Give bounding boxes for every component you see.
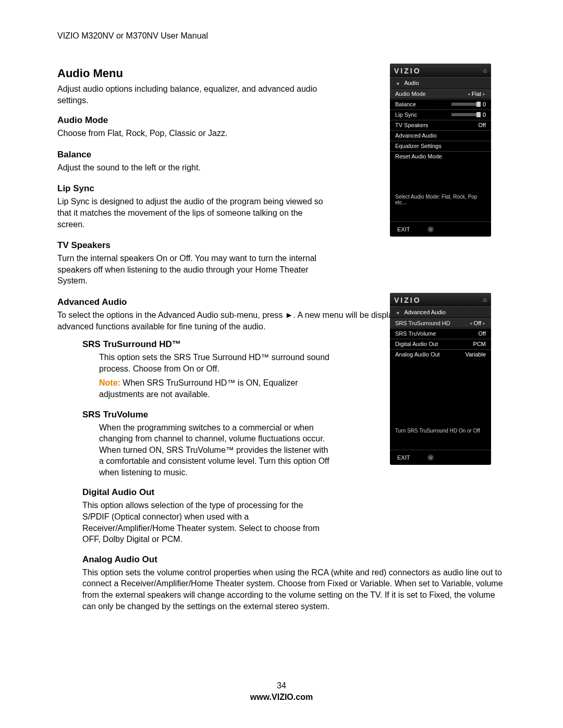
osd-row-label: TV Speakers [395, 122, 429, 128]
main-content: VIZIO ⌂ ◄ Audio Audio Mode ◄ Flat ► Bala… [57, 67, 506, 612]
manual-header: VIZIO M320NV or M370NV User Manual [57, 31, 506, 41]
osd-row-label: SRS TruVolume [395, 330, 436, 337]
osd-row-value: 0 [449, 101, 486, 107]
osd-brand: VIZIO [394, 296, 421, 304]
left-arrow-icon: ◄ [469, 322, 473, 325]
osd-crumb-text: Advanced Audio [404, 309, 446, 315]
heading-analog-out: Analog Audio Out [82, 554, 505, 565]
osd-audio-menu: VIZIO ⌂ ◄ Audio Audio Mode ◄ Flat ► Bala… [390, 64, 491, 237]
osd-hint-text: Select Audio Mode: Flat, Rock, Pop etc… [390, 194, 491, 205]
osd-brand-bar: VIZIO ⌂ [390, 64, 491, 78]
heading-srs-tsh: SRS TruSurround HD™ [82, 339, 333, 350]
osd-value-text: Flat [472, 91, 481, 97]
page-number: 34 [0, 681, 563, 690]
desc-analog-out: This option sets the volume control prop… [82, 567, 505, 612]
right-arrow-icon: ► [482, 92, 486, 96]
osd-row-value: ◄ Flat ► [467, 91, 486, 97]
heading-audio-mode: Audio Mode [57, 115, 328, 126]
desc-digital-out: This option allows selection of the type… [82, 500, 322, 545]
home-icon: ⌂ [483, 296, 487, 303]
osd-row-digital-out: Digital Audio Out PCM [390, 339, 491, 349]
slider-icon [451, 113, 480, 116]
osd-brand: VIZIO [394, 67, 421, 75]
osd-row-label: Analog Audio Out [395, 351, 440, 357]
osd-value-text: 0 [483, 112, 486, 118]
osd-crumb-text: Audio [404, 80, 419, 86]
osd-row-value: ◄ Off ► [469, 320, 486, 326]
heading-lip-sync: Lip Sync [57, 183, 328, 194]
osd-row-value: 0 [449, 112, 486, 118]
osd-row-balance: Balance 0 [390, 99, 491, 109]
osd-value-text: 0 [483, 101, 486, 107]
desc-audio-mode: Choose from Flat, Rock, Pop, Classic or … [57, 128, 328, 139]
desc-tv-speakers: Turn the internal speakers On or Off. Yo… [57, 253, 328, 287]
section-desc: Adjust audio options including balance, … [57, 83, 328, 106]
desc-srs-truvolume: When the programming switches to a comme… [99, 422, 333, 478]
note-srs-tsh: Note: When SRS TruSurround HD™ is ON, Eq… [99, 377, 333, 400]
home-icon: ⌂ [483, 67, 487, 74]
osd-row-tv-speakers: TV Speakers Off [390, 120, 491, 130]
section-title: Audio Menu [57, 67, 328, 80]
osd-breadcrumb: ◄ Audio [390, 78, 491, 89]
osd-row-audio-mode: Audio Mode ◄ Flat ► [390, 89, 491, 99]
slider-icon [451, 103, 480, 106]
osd-value-text: Off [479, 122, 486, 128]
right-arrow-icon: ► [482, 322, 486, 325]
osd-brand-bar: VIZIO ⌂ [390, 293, 491, 307]
osd-row-lip-sync: Lip Sync 0 [390, 109, 491, 120]
osd-value-text: PCM [473, 341, 486, 347]
osd-value-text: Off [474, 320, 481, 326]
osd-row-reset-audio: Reset Audio Mode [390, 151, 491, 162]
osd-row-label: Lip Sync [395, 112, 417, 118]
osd-row-label: Equalizer Settings [395, 143, 442, 149]
osd-breadcrumb: ◄ Advanced Audio [390, 307, 491, 318]
osd-row-equalizer: Equalizer Settings [390, 141, 491, 151]
v-button-icon: V [427, 454, 434, 461]
note-label: Note: [99, 378, 120, 387]
osd-row-label: SRS TruSurround HD [395, 320, 450, 326]
osd-row-label: Digital Audio Out [395, 341, 438, 347]
heading-srs-truvolume: SRS TruVolume [82, 410, 333, 420]
osd-value-text: Off [479, 330, 486, 337]
heading-digital-out: Digital Audio Out [82, 487, 333, 498]
page-footer: 34 www.VIZIO.com [0, 681, 563, 702]
osd-row-label: Balance [395, 101, 416, 107]
osd-row-srs-tsh: SRS TruSurround HD ◄ Off ► [390, 318, 491, 328]
osd-value-text: Variable [465, 351, 486, 357]
desc-srs-tsh: This option sets the SRS True Surround H… [99, 352, 333, 374]
back-arrow-icon: ◄ [395, 310, 400, 315]
heading-balance: Balance [57, 150, 328, 160]
osd-exit: EXIT [397, 226, 410, 232]
osd-exit: EXIT [397, 454, 410, 461]
osd-footer: EXIT V [390, 450, 491, 465]
osd-advanced-audio-menu: VIZIO ⌂ ◄ Advanced Audio SRS TruSurround… [390, 293, 491, 465]
osd-hint-text: Turn SRS TruSurround HD On or Off [390, 428, 491, 434]
osd-footer: EXIT V [390, 221, 491, 237]
osd-row-label: Reset Audio Mode [395, 153, 442, 159]
osd-row-srs-truvolume: SRS TruVolume Off [390, 328, 491, 339]
footer-site: www.VIZIO.com [0, 693, 563, 702]
desc-lip-sync: Lip Sync is designed to adjust the audio… [57, 196, 328, 230]
osd-row-advanced-audio: Advanced Audio [390, 130, 491, 141]
left-arrow-icon: ◄ [467, 92, 471, 96]
note-text: When SRS TruSurround HD™ is ON, Equalize… [99, 378, 298, 399]
heading-tv-speakers: TV Speakers [57, 240, 328, 251]
v-button-icon: V [427, 226, 434, 232]
osd-row-analog-out: Analog Audio Out Variable [390, 349, 491, 360]
back-arrow-icon: ◄ [395, 81, 400, 86]
osd-row-label: Audio Mode [395, 91, 426, 97]
osd-row-label: Advanced Audio [395, 132, 437, 139]
desc-balance: Adjust the sound to the left or the righ… [57, 162, 328, 174]
